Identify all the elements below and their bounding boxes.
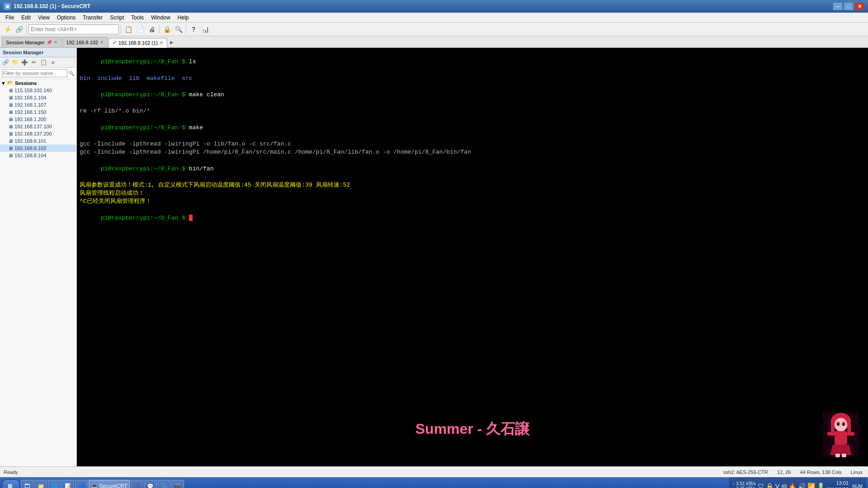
toolbar-paste[interactable]: 📄: [135, 24, 146, 35]
session-manager-panel: Session Manager 🔗 📁 ➕ ✂ 📋 » 🔍 ▼ 📂 Sessio…: [0, 48, 77, 466]
sessions-label: Sessions: [15, 80, 37, 86]
menu-window[interactable]: Window: [147, 14, 174, 22]
taskbar-app-4[interactable]: 🔵: [75, 480, 88, 488]
session-item-5[interactable]: 🖥 192.168.137.100: [0, 123, 76, 130]
svg-rect-9: [835, 431, 847, 445]
session-item-8[interactable]: 🖥 192.168.8.102: [0, 145, 76, 152]
menu-file[interactable]: File: [2, 14, 18, 22]
tab-active-label: 192.168.8.102 (1): [118, 40, 158, 46]
session-item-6[interactable]: 🖥 192.168.137.200: [0, 130, 76, 137]
term-line-5: pi@raspberrypi:~/8_Fan $ make: [80, 116, 865, 141]
taskbar-app-2[interactable]: 🌐: [48, 480, 61, 488]
menu-script[interactable]: Script: [106, 14, 127, 22]
sidebar-link-btn[interactable]: 🔗: [1, 58, 10, 66]
menu-edit[interactable]: Edit: [18, 14, 34, 22]
session-icon-3: 🖥: [8, 109, 13, 115]
tab-active[interactable]: ✔ 192.168.8.102 (1) ✕: [108, 38, 167, 48]
session-filter-input[interactable]: [2, 69, 67, 77]
toolbar-copy[interactable]: 📋: [123, 24, 134, 35]
taskbar-app-6[interactable]: 🎵: [131, 480, 143, 488]
toolbar-help[interactable]: ?: [188, 24, 199, 35]
tab-inactive[interactable]: 192.168.8.102 ✕: [62, 37, 108, 47]
toolbar-find[interactable]: 🔍: [173, 24, 184, 35]
tray-shield[interactable]: 🛡: [758, 483, 764, 488]
term-prompt-12: pi@raspberrypi:~/8_Fan $: [101, 215, 189, 221]
title-bar: 🖥 192.168.8.102 (1) - SecureCRT ─ □ ✕: [0, 0, 868, 13]
term-line-10: 风扇管理线程启动成功！: [80, 189, 865, 197]
host-input[interactable]: [28, 24, 119, 34]
session-manager-pin[interactable]: 📌: [47, 40, 52, 45]
menu-transfer[interactable]: Transfer: [79, 14, 106, 22]
svg-marker-10: [830, 445, 852, 455]
terminal[interactable]: pi@raspberrypi:~/8_Fan $ ls bin include …: [77, 48, 868, 466]
svg-point-7: [837, 423, 839, 426]
menu-help[interactable]: Help: [174, 14, 193, 22]
tab-scroll-right[interactable]: ▶: [168, 37, 175, 47]
taskbar-app-1[interactable]: 📁: [34, 480, 47, 488]
tab-session-manager[interactable]: Session Manager 📌 ✕: [2, 37, 61, 47]
taskbar-app-8[interactable]: 📎: [158, 480, 170, 488]
toolbar-keymap[interactable]: 🔒: [161, 24, 172, 35]
sidebar-folder-btn[interactable]: 📁: [10, 58, 19, 66]
tray-clock: 13:01 2018/9/29: [826, 480, 849, 488]
folder-icon: 📂: [7, 80, 14, 86]
taskbar-app-7[interactable]: 💬: [144, 480, 157, 488]
taskbar-app-3[interactable]: 📝: [61, 480, 74, 488]
session-label-9: 192.168.8.104: [14, 153, 46, 158]
menu-tools[interactable]: Tools: [127, 14, 147, 22]
session-item-0[interactable]: 🖥 115.159.102.140: [0, 87, 76, 94]
tab-inactive-close[interactable]: ✕: [100, 40, 104, 45]
minimize-button[interactable]: ─: [833, 2, 843, 10]
taskbar-securecrt[interactable]: 💻 SecureCRT: [89, 480, 130, 488]
term-line-12: pi@raspberrypi:~/8_Fan $: [80, 206, 865, 231]
toolbar-stats[interactable]: 📊: [200, 24, 211, 35]
sidebar-more-btn[interactable]: »: [48, 58, 57, 66]
app-icon: 🖥: [4, 3, 11, 10]
date-display: 2018/9/29: [826, 486, 849, 488]
session-label-4: 192.168.1.200: [14, 117, 46, 122]
term-cmd-3: make clean: [189, 91, 224, 98]
session-label-3: 192.168.1.150: [14, 109, 46, 115]
terminal-cursor: [189, 215, 193, 221]
session-item-3[interactable]: 🖥 192.168.1.150: [0, 108, 76, 116]
num-lock: NUM: [852, 484, 863, 488]
tray-vpn[interactable]: V: [775, 483, 779, 488]
session-item-2[interactable]: 🖥 192.168.1.107: [0, 101, 76, 108]
search-icon: 🔍: [68, 70, 75, 76]
term-line-4: rm -rf lib/*.o bin/*: [80, 107, 865, 115]
status-os: Linux: [849, 469, 864, 475]
tray-network[interactable]: 📶: [807, 483, 815, 488]
tab-active-close[interactable]: ✕: [160, 40, 163, 45]
term-line-3: pi@raspberrypi:~/8_Fan $ make clean: [80, 83, 865, 108]
maximize-button[interactable]: □: [844, 2, 854, 10]
sessions-folder[interactable]: ▼ 📂 Sessions: [0, 79, 76, 87]
menu-options[interactable]: Options: [53, 14, 79, 22]
tray-volume[interactable]: 🔊: [798, 483, 806, 488]
session-label-2: 192.168.1.107: [14, 102, 46, 108]
toolbar-connect[interactable]: ⚡: [2, 24, 13, 35]
session-label-0: 115.159.102.140: [14, 88, 52, 93]
close-button[interactable]: ✕: [854, 2, 864, 10]
svg-rect-14: [842, 454, 846, 457]
sidebar-toolbar: 🔗 📁 ➕ ✂ 📋 »: [0, 57, 76, 68]
taskbar-app-0[interactable]: 🗔: [21, 480, 33, 488]
session-manager-close[interactable]: ✕: [54, 40, 57, 45]
taskbar-app-9[interactable]: 🎬: [171, 480, 184, 488]
tray-security[interactable]: 🔒: [766, 483, 774, 488]
session-manager-label: Session Manager: [6, 40, 45, 45]
session-item-9[interactable]: 🖥 192.168.8.104: [0, 152, 76, 159]
toolbar-print[interactable]: 🖨: [146, 24, 157, 35]
menu-view[interactable]: View: [34, 14, 53, 22]
tray-battery[interactable]: 🔋: [817, 483, 825, 488]
session-item-7[interactable]: 🖥 192.168.8.101: [0, 137, 76, 145]
toolbar-quick-connect[interactable]: 🔗: [14, 24, 24, 35]
start-button[interactable]: ⊞: [2, 479, 20, 488]
sidebar-copy-btn[interactable]: 📋: [39, 58, 48, 66]
tray-firewall[interactable]: 🔥: [788, 483, 796, 488]
sidebar-add-btn[interactable]: ➕: [20, 58, 29, 66]
session-tree: ▼ 📂 Sessions 🖥 115.159.102.140 🖥 192.168…: [0, 79, 76, 466]
session-item-4[interactable]: 🖥 192.168.1.200: [0, 116, 76, 123]
tab-bar: Session Manager 📌 ✕ 192.168.8.102 ✕ ✔ 19…: [0, 36, 868, 48]
session-item-1[interactable]: 🖥 192.168.1.104: [0, 94, 76, 101]
sidebar-cut-btn[interactable]: ✂: [29, 58, 38, 66]
